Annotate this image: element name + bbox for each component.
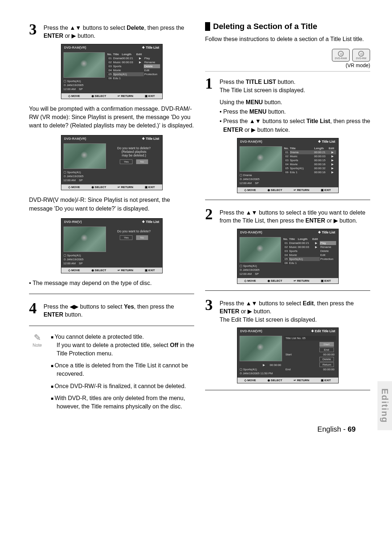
vr-mode-label: (VR mode) (205, 62, 370, 68)
bullet: • The message may depend on the type of … (29, 279, 194, 287)
osd-title-list-delete-menu: DVD-RAM(VR)❖ Title List ▢ Sports(A1) ⊙ J… (61, 44, 163, 99)
note-item: Once a title is deleted from the Title L… (51, 361, 194, 378)
start-button[interactable]: Start (319, 342, 334, 347)
left-column: 3 Press the ▲▼ buttons to select Delete,… (29, 22, 194, 414)
note-icon: ✎Note (29, 333, 45, 415)
return-button[interactable]: Return (319, 362, 334, 367)
divider (29, 294, 194, 294)
right-column: Deleting a Section of a Title Follow the… (205, 22, 370, 414)
preview-thumbnail (64, 52, 105, 78)
dvd-rw-icon: DVD-RW (352, 49, 370, 62)
no-button[interactable]: No (136, 159, 148, 164)
step-1-right: 1 Press the TITLE LIST button. The Title… (205, 76, 370, 94)
osd-title-list-a: DVD-RAM(VR)❖ Title List ▢ Drama ⊙ JAN/19… (237, 138, 339, 193)
no-button[interactable]: No (136, 235, 148, 240)
disc-icons: DVD-RAM DVD-RW (205, 49, 370, 62)
section-intro: Follow these instructions to delete a se… (205, 35, 370, 43)
page-footer: English - 69 (29, 425, 370, 433)
delete-button[interactable]: Delete (319, 357, 334, 362)
step-2-right: 2 Press the ▲▼ buttons to select a title… (205, 207, 370, 225)
heading-bar-icon (205, 22, 210, 31)
step-3-left: 3 Press the ▲▼ buttons to select Delete,… (29, 22, 194, 40)
using-menu-block: Using the MENU button. • Press the MENU … (205, 98, 370, 134)
paragraph: DVD-RW(V mode)/-R: Since Playlist is not… (29, 196, 194, 212)
osd-edit-title-list: DVD-RAM(VR)❖ Edit Title List ▶ 00:30:00 … (237, 327, 339, 383)
confirm-message: Do you want to delete? (Related playlist… (108, 143, 160, 167)
section-tab: Editing (377, 381, 392, 430)
yes-button[interactable]: Yes (120, 235, 132, 240)
end-button[interactable]: End (319, 347, 334, 352)
yes-button[interactable]: Yes (120, 159, 132, 164)
note-item: You cannot delete a protected title.If y… (51, 333, 194, 358)
context-menu: Play Rename Delete Edit Protection (144, 52, 160, 91)
step-3-right: 3 Press the ▲▼ buttons to select Edit, t… (205, 297, 370, 324)
step-4-left: 4 Press the ◀▶ buttons to select Yes, th… (29, 301, 194, 319)
note-item: Once DVD-RW/-R is finalized, it cannot b… (51, 382, 194, 390)
step-text: Press the ▲▼ buttons to select Delete, t… (44, 22, 194, 40)
osd-confirm-vr: DVD-RAM(VR)❖ Title List ▢ Sports(A1) ⊙ J… (61, 135, 163, 190)
osd-confirm-v: DVD-RW(V)❖ Title List ▢ Sports(A1) ⊙ JAN… (61, 218, 163, 273)
dvd-ram-icon: DVD-RAM (332, 49, 350, 62)
osd-title-list-b: DVD-RAM(VR)❖ Title List ▢ Sports(A1) ⊙ J… (237, 229, 339, 284)
note-block: ✎Note You cannot delete a protected titl… (29, 333, 194, 415)
paragraph: You will be prompted with a confirmation… (29, 105, 194, 130)
note-item: With DVD-R, titles are only deleted from… (51, 394, 194, 411)
section-heading: Deleting a Section of a Title (205, 22, 370, 31)
divider (29, 326, 194, 326)
step-number: 3 (29, 22, 40, 40)
